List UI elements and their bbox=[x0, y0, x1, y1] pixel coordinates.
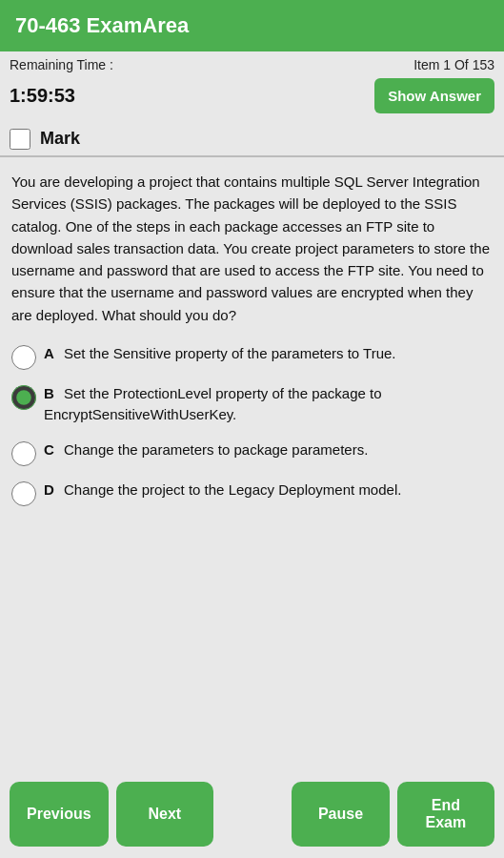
mark-label[interactable]: Mark bbox=[40, 129, 80, 149]
previous-button[interactable]: Previous bbox=[10, 782, 109, 847]
option-c-radio[interactable] bbox=[11, 441, 36, 466]
bottom-nav: Previous Next Pause End Exam bbox=[0, 770, 504, 858]
option-a-text: Set the Sensitive property of the parame… bbox=[64, 345, 396, 361]
option-d-text: Change the project to the Legacy Deploym… bbox=[64, 481, 401, 498]
option-b-letter: B bbox=[44, 385, 54, 401]
timer-display: 1:59:53 bbox=[10, 85, 75, 107]
option-d-letter: D bbox=[44, 481, 54, 498]
question-area: You are developing a project that contai… bbox=[0, 157, 504, 649]
app-header: 70-463 ExamArea bbox=[0, 0, 504, 51]
option-c-letter: C bbox=[44, 441, 54, 458]
mark-row: Mark bbox=[0, 121, 504, 155]
show-answer-button[interactable]: Show Answer bbox=[374, 78, 494, 113]
option-c-text: Change the parameters to package paramet… bbox=[64, 441, 368, 458]
option-b-row: B Set the ProtectionLevel property of th… bbox=[11, 383, 493, 426]
pause-button[interactable]: Pause bbox=[292, 782, 389, 847]
timer-row: 1:59:53 Show Answer bbox=[0, 74, 504, 121]
option-a-letter: A bbox=[44, 345, 54, 361]
nav-spacer bbox=[221, 782, 284, 847]
end-exam-button[interactable]: End Exam bbox=[397, 782, 494, 847]
option-d-row: D Change the project to the Legacy Deplo… bbox=[11, 480, 493, 506]
option-b-text: Set the ProtectionLevel property of the … bbox=[44, 385, 382, 423]
option-c-row: C Change the parameters to package param… bbox=[11, 439, 493, 466]
mark-checkbox[interactable] bbox=[10, 129, 30, 150]
option-d-radio[interactable] bbox=[11, 481, 36, 506]
remaining-time-label: Remaining Time : bbox=[10, 57, 113, 72]
next-button[interactable]: Next bbox=[116, 782, 213, 847]
item-info: Item 1 Of 153 bbox=[413, 57, 494, 72]
option-c-label[interactable]: C Change the parameters to package param… bbox=[44, 439, 368, 461]
option-a-row: A Set the Sensitive property of the para… bbox=[11, 343, 493, 370]
option-b-radio[interactable] bbox=[11, 385, 36, 410]
option-a-label[interactable]: A Set the Sensitive property of the para… bbox=[44, 343, 396, 365]
app-title: 70-463 ExamArea bbox=[15, 13, 189, 37]
option-a-radio[interactable] bbox=[11, 345, 36, 370]
option-d-label[interactable]: D Change the project to the Legacy Deplo… bbox=[44, 480, 401, 501]
spacer bbox=[0, 649, 504, 770]
info-bar: Remaining Time : Item 1 Of 153 bbox=[0, 51, 504, 74]
question-text: You are developing a project that contai… bbox=[11, 171, 493, 326]
option-b-label[interactable]: B Set the ProtectionLevel property of th… bbox=[44, 383, 493, 426]
